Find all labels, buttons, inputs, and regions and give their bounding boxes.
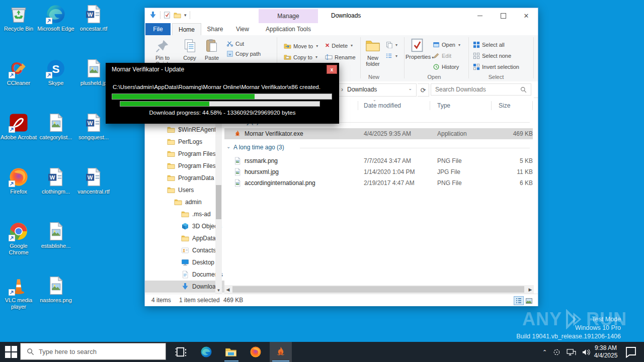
rename-button[interactable]: Rename (325, 53, 356, 61)
desktop-folder-icon (181, 258, 189, 266)
edit-button[interactable]: Edit (433, 52, 451, 59)
invert-selection-button[interactable]: Invert selection (473, 63, 519, 70)
taskbar-clock[interactable]: 9:38 AM 4/4/2025 (592, 344, 620, 359)
tree-item-documents[interactable]: Documents (145, 268, 224, 281)
show-hidden-icons-chevron[interactable]: ⌃ (539, 349, 550, 355)
start-button[interactable] (0, 342, 22, 362)
nav-scrollbar-down-icon[interactable]: ▼ (215, 287, 222, 294)
network-icon[interactable] (567, 348, 576, 356)
copy-path-button[interactable]: Copy path (226, 50, 261, 57)
column-date-modified[interactable]: Date modified (364, 102, 401, 109)
volume-icon[interactable] (582, 348, 591, 356)
tree-item-admin[interactable]: admin (145, 196, 224, 208)
easy-access-button[interactable] (385, 52, 397, 59)
desktop-icon-chrome[interactable]: Google Chrome (0, 221, 37, 256)
tray-status-icon[interactable] (553, 348, 560, 356)
thumbnail-view-button[interactable] (524, 296, 534, 305)
horizontal-scrollbar[interactable]: ◀ ▶ (224, 285, 534, 294)
paste-button[interactable]: Paste (200, 38, 223, 61)
new-item-button[interactable] (385, 41, 397, 48)
tree-item-3d-objects[interactable]: 3D Objects (145, 220, 224, 232)
select-all-button[interactable]: Select all (473, 41, 505, 48)
title-bar[interactable]: Manage Downloads ✕ (145, 8, 538, 23)
details-view-button[interactable] (514, 296, 524, 305)
file-row[interactable]: hoursxml.jpg 1/14/2020 1:04 PM JPG File … (224, 166, 533, 177)
properties-button[interactable]: Properties (406, 38, 429, 60)
dialog-close-button[interactable]: x (327, 65, 337, 74)
tree-item-programdata[interactable]: ProgramData (145, 172, 224, 184)
address-dropdown-icon[interactable]: ⌄ (408, 86, 412, 91)
desktop-icon-vancentral[interactable]: vancentral.rtf (75, 167, 112, 195)
group-header-long-time-ago[interactable]: ⌄ A long time ago (3) (224, 143, 534, 153)
move-to-button[interactable]: Move to (284, 42, 318, 50)
tab-file[interactable]: File (145, 23, 171, 35)
taskbar-edge-button[interactable] (195, 342, 217, 362)
shortcut-arrow-icon (9, 126, 15, 133)
close-button[interactable]: ✕ (515, 8, 538, 23)
desktop-icon-establishe[interactable]: establishe... (37, 221, 74, 249)
desktop-icon-ccleaner[interactable]: CCleaner (0, 58, 37, 86)
file-row[interactable]: rssmark.png 7/7/2024 3:47 AM PNG File 5 … (224, 155, 533, 166)
column-type[interactable]: Type (437, 102, 450, 109)
horizontal-scrollbar-thumb[interactable] (232, 286, 524, 293)
desktop-icon-edge[interactable]: Microsoft Edge (37, 4, 74, 32)
refresh-button[interactable]: ⟳ (418, 83, 429, 97)
tab-share[interactable]: Share (201, 23, 229, 35)
cut-button[interactable]: Cut (226, 40, 244, 47)
desktop-icon-clothingm[interactable]: clothingm... (37, 167, 74, 195)
search-input[interactable]: Search Downloads (431, 83, 531, 96)
tree-item-program-files[interactable]: Program Files (145, 148, 224, 160)
tree-item-desktop[interactable]: Desktop (145, 256, 224, 268)
minimize-button[interactable] (468, 8, 492, 23)
ribbon-tab-strip: File Home Share View Application Tools ⌃… (145, 23, 538, 36)
properties-qat-icon[interactable] (164, 12, 171, 19)
scroll-right-icon[interactable]: ▶ (527, 285, 534, 294)
desktop-icon-vlc[interactable]: VLC media player (0, 276, 37, 310)
task-view-button[interactable] (170, 342, 192, 362)
file-row-selected[interactable]: Mornar Verifikator.exe 4/4/2025 9:35 AM … (224, 128, 533, 139)
new-folder-button[interactable]: New folder (361, 38, 384, 67)
desktop-icon-label: Google Chrome (0, 243, 37, 256)
customize-qat-icon[interactable] (184, 13, 187, 18)
taskbar-explorer-button[interactable] (220, 342, 242, 362)
taskbar-search-input[interactable]: Type here to search (20, 343, 166, 360)
open-button[interactable]: Open (433, 41, 460, 48)
desktop-icon-oncestar[interactable]: oncestar.rtf (75, 4, 112, 32)
tree-item-appdata[interactable]: AppData (145, 232, 224, 244)
desktop-icon-firefox[interactable]: Firefox (0, 167, 37, 195)
tree-item-downloads[interactable]: Downloads (145, 281, 224, 293)
desktop-icon-skype[interactable]: Skype (37, 58, 74, 86)
selection-count: 1 item selected (179, 297, 220, 304)
tab-application-tools[interactable]: Application Tools (259, 23, 318, 35)
tree-item-program-files-x86[interactable]: Program Files (145, 160, 224, 172)
desktop-icon-recycle-bin[interactable]: Recycle Bin (0, 4, 37, 32)
copy-to-button[interactable]: Copy to (284, 53, 317, 61)
breadcrumb[interactable]: Downloads (347, 86, 377, 93)
tree-item-winreagent[interactable]: $WinREAgent (145, 124, 224, 136)
maximize-button[interactable] (492, 8, 515, 23)
nav-scrollbar-thumb[interactable] (216, 185, 221, 219)
new-folder-qat-icon[interactable] (174, 12, 181, 19)
action-center-button[interactable] (622, 342, 640, 362)
history-button[interactable]: History (433, 63, 459, 70)
tree-item-perflogs[interactable]: PerfLogs (145, 136, 224, 148)
taskbar-mornar-button[interactable] (270, 342, 292, 362)
desktop-icon-nastores[interactable]: nastores.png (37, 276, 74, 304)
tab-view[interactable]: View (229, 23, 256, 35)
column-size[interactable]: Size (499, 102, 510, 109)
file-row[interactable]: accordinginternational.png 2/19/2017 4:4… (224, 177, 533, 189)
delete-button[interactable]: ✕ Delete (325, 42, 353, 49)
select-none-button[interactable]: Select none (473, 52, 511, 59)
tree-item-ms-ad[interactable]: .ms-ad (145, 208, 224, 220)
nav-scrollbar[interactable] (215, 98, 222, 287)
tree-item-users[interactable]: Users (145, 184, 224, 196)
taskbar-firefox-button[interactable] (245, 342, 267, 362)
desktop-icon-acrobat[interactable]: Adobe Acrobat (0, 113, 37, 141)
copy-button[interactable]: Copy (178, 38, 201, 61)
scroll-left-icon[interactable]: ◀ (224, 285, 231, 294)
divider (160, 11, 160, 19)
desktop-icon-categorylist[interactable]: categorylist... (37, 113, 74, 141)
tree-item-contacts[interactable]: Contacts (145, 244, 224, 256)
overall-progress-bar (112, 94, 332, 100)
tab-home[interactable]: Home (172, 23, 201, 36)
